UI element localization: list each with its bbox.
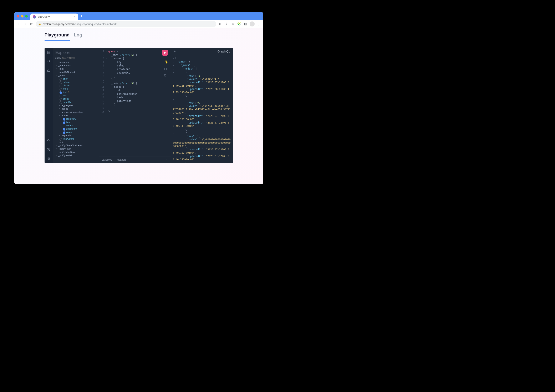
arg-offset[interactable]: offset: xyxy=(59,97,96,100)
bookmark-icon[interactable]: ☆ xyxy=(231,22,235,26)
forward-button[interactable]: → xyxy=(23,22,27,26)
tree-poibyhash[interactable]: _poiByHash xyxy=(55,147,96,150)
back-button[interactable]: ← xyxy=(17,22,21,26)
query-textarea[interactable]: 1▾query { 2▾ _mmrs (first: 5) { 3▾ nodes… xyxy=(99,48,171,156)
extensions-icon[interactable]: 🧩 xyxy=(237,22,241,26)
arg-filter[interactable]: filter: xyxy=(59,87,96,90)
query-editor: ✨ ⊟ ⧉ 1▾query { 2▾ _mmrs (first: 5) { 3▾… xyxy=(99,48,171,163)
query-name-input[interactable] xyxy=(62,57,81,59)
tree-metadatas[interactable]: _metadatas xyxy=(55,64,96,67)
lock-icon: 🔒 xyxy=(38,22,41,25)
sub-totalcount[interactable]: totalCount xyxy=(59,137,96,141)
reload-button[interactable]: ⟳ xyxy=(29,22,34,26)
field-key[interactable]: key xyxy=(62,120,96,124)
explorer-icon[interactable]: 🗀 xyxy=(47,68,51,73)
tab-playground[interactable]: Playground xyxy=(44,32,70,41)
tree-poibynodeid[interactable]: _poiByNodeId xyxy=(55,154,96,157)
editor-footer: Variables Headers ⌃ xyxy=(99,156,171,163)
field-nodeid[interactable]: nodeId xyxy=(62,124,96,127)
tree-poibymmr[interactable]: _poiByMmrRoot xyxy=(55,150,96,154)
browser-window: SubQuery × + ⌄ ← → ⟳ 🔒 explorer.subquery… xyxy=(14,12,263,184)
headers-tab[interactable]: Headers xyxy=(117,158,126,161)
query-label: query xyxy=(55,57,61,59)
docs-icon[interactable]: ▤ xyxy=(47,50,51,54)
tree-metadata[interactable]: _metadata xyxy=(55,60,96,64)
response-body[interactable]: ▾{▾ "data": {▾ "_mmrs": {▾ "nodes": [▾ {… xyxy=(171,55,233,163)
profile-avatar[interactable] xyxy=(250,22,255,26)
window-controls xyxy=(17,15,28,17)
shortcuts-icon[interactable]: ⌘ xyxy=(47,148,51,152)
expand-footer-icon[interactable]: ⌃ xyxy=(166,158,168,161)
arg-before[interactable]: before: xyxy=(59,80,96,84)
url-path: /subquery/subquery/kepler-network xyxy=(74,22,117,26)
sub-pageinfo[interactable]: pageInfo xyxy=(59,134,96,137)
tab-log[interactable]: Log xyxy=(74,32,82,41)
graphiql-logo: GraphiQL xyxy=(218,50,230,53)
arg-last[interactable]: last: xyxy=(59,94,96,97)
page-content: Playground Log ▤ ↺ 🗀 ⟳ ⌘ ⚙ Explorer quer… xyxy=(14,28,263,184)
tabs-dropdown-icon[interactable]: ⌄ xyxy=(258,14,261,18)
new-tab-button[interactable]: + xyxy=(80,14,83,18)
variables-tab[interactable]: Variables xyxy=(102,158,112,161)
query-name-row: query xyxy=(55,57,96,59)
menu-icon[interactable]: ⋮ xyxy=(257,22,261,26)
sub-aggregates[interactable]: aggregates xyxy=(59,104,96,107)
browser-tab[interactable]: SubQuery × xyxy=(30,14,78,20)
refetch-icon[interactable]: ⟳ xyxy=(47,138,51,142)
explorer-panel: Explorer query _metadata _metadatas _mmr… xyxy=(53,48,99,163)
minimize-window-button[interactable] xyxy=(21,15,23,17)
sub-nodes[interactable]: nodes xyxy=(59,114,96,117)
tab-title: SubQuery xyxy=(38,15,72,18)
arg-orderby[interactable]: orderBy: xyxy=(59,100,96,104)
tree-poi[interactable]: _poi xyxy=(55,141,96,144)
tree-mmr[interactable]: _mmr xyxy=(55,67,96,70)
tree-mmrs[interactable]: _mmrs xyxy=(55,74,96,77)
tree-poibychain[interactable]: _poiByChainBlockHash xyxy=(55,144,96,147)
tab-favicon-icon xyxy=(33,15,36,19)
browser-toolbar: ← → ⟳ 🔒 explorer.subquery.network/subque… xyxy=(14,20,263,28)
search-icon[interactable]: ⊕ xyxy=(218,22,223,26)
settings-icon[interactable]: ⚙ xyxy=(47,157,51,161)
field-createdat[interactable]: createdAt xyxy=(62,117,96,120)
arg-distinct[interactable]: distinct: xyxy=(59,84,96,87)
share-icon[interactable]: ⇪ xyxy=(225,22,229,26)
field-value[interactable]: value xyxy=(62,130,96,134)
sub-edges[interactable]: edges xyxy=(59,107,96,110)
url-host: explorer.subquery.network xyxy=(43,22,74,26)
graphiql-container: ▤ ↺ 🗀 ⟳ ⌘ ⚙ Explorer query _metadata _me… xyxy=(44,48,233,163)
explorer-title: Explorer xyxy=(55,50,96,55)
address-bar[interactable]: 🔒 explorer.subquery.network/subquery/sub… xyxy=(36,21,216,27)
field-updatedat[interactable]: updatedAt xyxy=(62,127,96,130)
browser-tab-bar: SubQuery × + ⌄ xyxy=(14,12,263,20)
history-icon[interactable]: ↺ xyxy=(47,59,51,64)
arg-first[interactable]: first: 5 xyxy=(59,90,96,94)
sub-groupedaggregates[interactable]: groupedAggregates xyxy=(59,110,96,114)
page-tabs: Playground Log xyxy=(14,28,263,41)
tree-mmrbynodeid[interactable]: _mmrByNodeId xyxy=(55,70,96,74)
close-window-button[interactable] xyxy=(17,15,19,17)
response-header: + GraphiQL xyxy=(171,48,233,55)
arg-after[interactable]: after: xyxy=(59,77,96,80)
tab-close-button[interactable]: × xyxy=(74,15,75,19)
graphiql-sidebar: ▤ ↺ 🗀 ⟳ ⌘ ⚙ xyxy=(44,48,53,163)
add-tab-button[interactable]: + xyxy=(174,50,176,53)
maximize-window-button[interactable] xyxy=(25,15,28,17)
sidepanel-icon[interactable]: ◧ xyxy=(243,22,248,26)
response-panel: + GraphiQL ▾{▾ "data": {▾ "_mmrs": {▾ "n… xyxy=(171,48,233,163)
